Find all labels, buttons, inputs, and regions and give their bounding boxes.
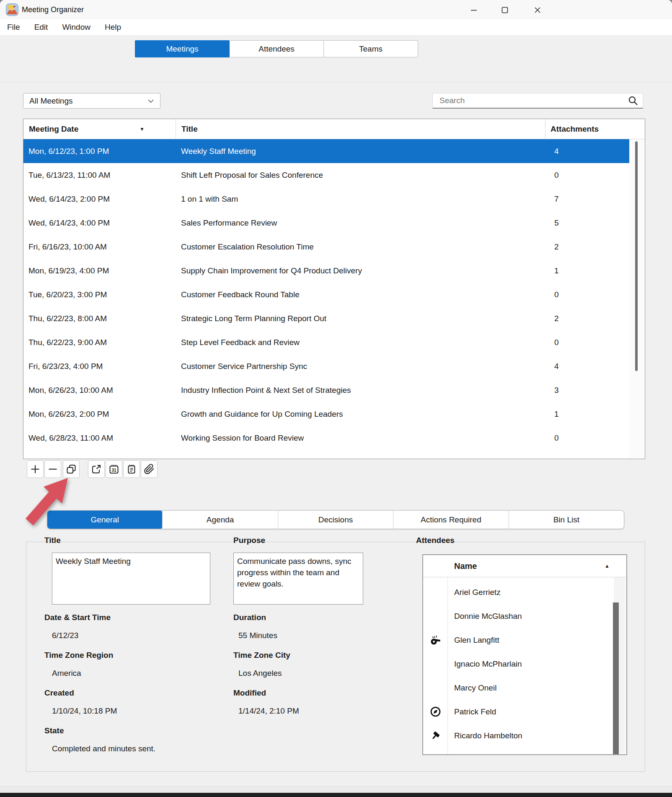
maximize-button[interactable] [494,3,515,17]
minus-icon [47,464,58,475]
attendee-role-icon [423,634,447,646]
table-row[interactable]: Tue, 6/13/23, 11:00 AM Shift Left Propos… [23,163,630,187]
attendee-row[interactable]: Patrick Feld [423,700,626,724]
calendar-icon: 31 [109,464,119,475]
cell-meeting-date: Fri, 6/30/23, 10:00 AM [23,450,181,459]
cell-title: Customer Feedback Round Table [181,283,550,306]
cell-meeting-date: Wed, 6/14/23, 4:00 PM [23,211,181,235]
duplicate-button[interactable] [63,460,80,478]
attendees-header[interactable]: Name ▲ [423,555,626,577]
table-body: Mon, 6/12/23, 1:00 PM Weekly Staff Meeti… [23,139,630,459]
window-title: Meeting Organizer [22,0,84,19]
attendee-row[interactable]: Ariel Gerrietz [423,580,626,604]
column-header-attachments[interactable]: Attachments [551,119,599,139]
menu-item[interactable]: Help [98,19,128,35]
attendees-scrollbar-thumb[interactable] [613,602,619,755]
cell-attachments: 4 [550,139,559,163]
detail-tab[interactable]: Actions Required [393,511,508,529]
table-row[interactable]: Tue, 6/20/23, 3:00 PM Customer Feedback … [23,283,630,306]
cell-title: Sales Performance Review [181,211,550,235]
table-row[interactable]: Mon, 6/26/23, 10:00 AM Industry Inflecti… [23,378,630,402]
attendee-role-icon [423,754,447,754]
meetings-filter-dropdown[interactable]: All Meetings [23,93,160,109]
cell-meeting-date: Thu, 6/22/23, 8:00 AM [23,306,181,330]
attendee-row[interactable]: Marcy Oneil [423,676,626,700]
table-header: Meeting Date ▼ Title Attachments [23,119,645,139]
calendar-button[interactable]: 31 [106,460,122,478]
attendee-row[interactable]: Ricardo Hambelton [423,724,626,748]
detail-tab[interactable]: General [47,511,162,529]
column-header-meeting-date[interactable]: Meeting Date [29,119,78,139]
filter-value: All Meetings [29,96,73,106]
table-row[interactable]: Fri, 6/30/23, 10:00 AM 1 on 1 with Yasmi… [23,450,630,459]
close-button[interactable] [527,3,548,17]
cell-title: Step Level Feedback and Review [181,330,550,354]
cell-title: Strategic Long Term Planning Report Out [181,306,550,330]
cell-meeting-date: Tue, 6/13/23, 11:00 AM [23,163,181,187]
table-row[interactable]: Thu, 6/22/23, 8:00 AM Strategic Long Ter… [23,306,630,330]
table-scrollbar[interactable] [629,139,644,458]
cell-title: Supply Chain Improvement for Q4 Product … [181,259,550,283]
attendee-row[interactable]: Sally Shamfield [423,748,626,754]
attendee-row[interactable]: Donnie McGlashan [423,604,626,628]
date-start-value: 6/12/23 [52,631,78,641]
table-row[interactable]: Thu, 6/22/23, 9:00 AM Step Level Feedbac… [23,330,630,354]
add-button[interactable] [27,460,44,478]
bottom-zone [0,787,672,793]
plus-icon [30,464,41,475]
title-field[interactable]: Weekly Staff Meeting [52,553,210,605]
detail-tab[interactable]: Decisions [278,511,393,529]
minimize-button[interactable] [463,3,484,17]
cell-meeting-date: Wed, 6/14/23, 2:00 PM [23,187,181,211]
menu-item[interactable]: File [0,19,27,35]
paperclip-icon [144,464,155,475]
open-external-button[interactable] [88,460,105,478]
state-value: Completed and minutes sent. [52,744,155,754]
attendee-role-icon [423,706,447,717]
attendee-row[interactable]: Glen Langfitt [423,628,626,652]
table-row[interactable]: Wed, 6/14/23, 2:00 PM 1 on 1 with Sam 7 [23,187,630,211]
purpose-field[interactable]: Communicate pass downs, sync progress wi… [233,553,363,605]
main-tab[interactable]: Attendees [229,40,324,57]
attendee-name: Patrick Feld [447,707,496,717]
state-label: State [44,726,64,735]
cell-attachments: 0 [550,163,559,187]
notes-button[interactable] [123,460,140,478]
cell-meeting-date: Thu, 6/22/23, 9:00 AM [23,330,181,354]
main-tab[interactable]: Meetings [135,40,230,57]
search-input[interactable] [439,96,628,106]
created-label: Created [44,688,74,698]
purpose-label: Purpose [233,536,265,545]
search-icon[interactable] [628,95,638,106]
table-row[interactable]: Wed, 6/28/23, 11:00 AM Working Session f… [23,426,630,450]
menu-item[interactable]: Window [55,19,98,35]
table-scrollbar-thumb[interactable] [635,141,638,371]
table-row[interactable]: Mon, 6/19/23, 4:00 PM Supply Chain Impro… [23,259,630,283]
attendee-row[interactable]: Ignacio McPharlain [423,652,626,676]
sort-desc-icon: ▼ [140,119,145,139]
cell-meeting-date: Fri, 6/23/23, 4:00 PM [23,354,181,378]
table-row[interactable]: Wed, 6/14/23, 4:00 PM Sales Performance … [23,211,630,235]
modified-label: Modified [233,688,266,698]
table-row[interactable]: Fri, 6/16/23, 10:00 AM Customer Escalati… [23,235,630,259]
cell-meeting-date: Tue, 6/20/23, 3:00 PM [23,283,181,306]
cell-attachments: 5 [550,211,559,235]
sort-asc-icon: ▲ [605,555,610,577]
attendee-role-icon [423,658,447,670]
attendees-scrollbar[interactable] [614,577,625,753]
column-header-title[interactable]: Title [181,119,198,139]
meetings-table: Meeting Date ▼ Title Attachments Mon, 6/… [23,119,645,459]
detail-tab[interactable]: Bin List [509,511,624,529]
title-label: Title [44,536,61,545]
detail-tab[interactable]: Agenda [162,511,277,529]
menu-item[interactable]: Edit [27,19,55,35]
table-row[interactable]: Mon, 6/26/23, 2:00 PM Growth and Guidanc… [23,402,630,426]
search-box [432,93,643,109]
attachment-button[interactable] [141,460,158,478]
table-row[interactable]: Mon, 6/12/23, 1:00 PM Weekly Staff Meeti… [23,139,630,163]
attendees-name-column-header[interactable]: Name [454,555,477,577]
remove-button[interactable] [44,460,61,478]
cell-attachments: 7 [550,187,559,211]
table-row[interactable]: Fri, 6/23/23, 4:00 PM Customer Service P… [23,354,630,378]
main-tab[interactable]: Teams [323,40,418,57]
